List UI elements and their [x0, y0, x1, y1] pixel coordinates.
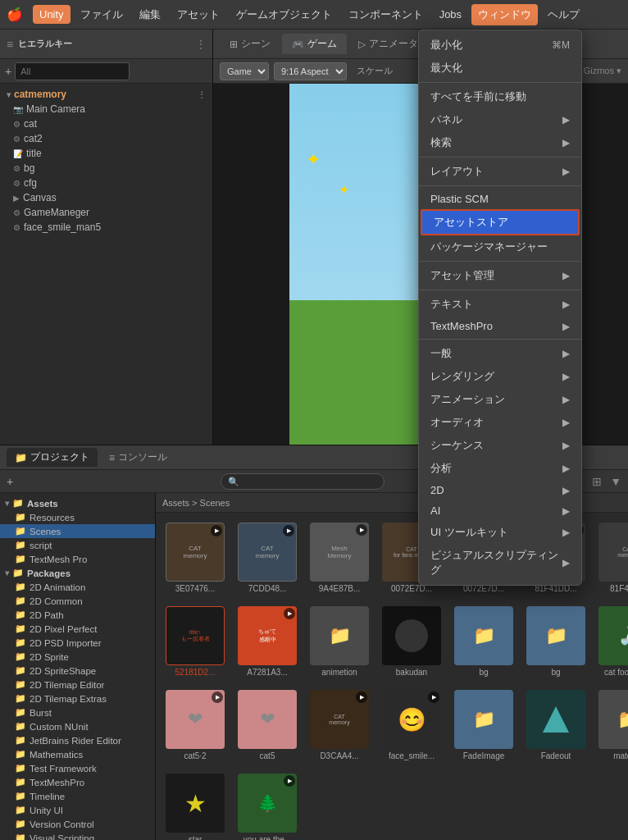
menu-gameobject[interactable]: ゲームオブジェクト [230, 4, 339, 25]
list-item[interactable]: 😊 ▶ face_smile... [379, 687, 444, 764]
menu-jobs[interactable]: Jobs [433, 5, 468, 24]
collapse-icon[interactable]: ▼ [610, 475, 621, 488]
sidebar-packages-root[interactable]: ▾ 📁 Packages [0, 566, 155, 580]
list-item[interactable]: CATmemory ▶ D3CAA4... [307, 687, 372, 764]
list-item[interactable]: ★ star [162, 770, 228, 840]
menu-item-package-manager[interactable]: パッケージマネージャー [419, 235, 581, 258]
menu-help[interactable]: ヘルプ [541, 4, 586, 25]
play-icon3[interactable]: ▶ [356, 524, 367, 536]
play-icon2[interactable]: ▶ [283, 525, 294, 536]
list-item[interactable]: CATmemory ▶ 7CDD48... [234, 519, 300, 596]
menu-window[interactable]: ウィンドウ [471, 4, 538, 25]
list-item[interactable]: MeshMemory ▶ 9A4E87B... [307, 519, 372, 596]
tab-game[interactable]: 🎮 ゲーム [282, 34, 347, 54]
menu-item-asset-management[interactable]: アセット管理 ▶ [419, 264, 581, 287]
sidebar-item-2d-pixel-perfect[interactable]: 📁 2D Pixel Perfect [0, 622, 155, 636]
list-item[interactable]: ❤ ▶ cat5·2 [162, 687, 228, 764]
add-asset-icon[interactable]: + [7, 475, 13, 488]
menu-item-textmeshpro[interactable]: TextMeshPro ▶ [419, 316, 581, 336]
sidebar-item-textmeshpro-assets[interactable]: 📁 TextMesh Pro [0, 552, 155, 566]
sidebar-item-mathematics[interactable]: 📁 Mathematics [0, 747, 155, 761]
sidebar-item-resources[interactable]: 📁 Resources [0, 510, 155, 524]
list-item[interactable]: 📁 material [595, 687, 628, 764]
list-item[interactable]: 📁 animetion [307, 603, 372, 680]
menu-item-rendering[interactable]: レンダリング ▶ [419, 365, 581, 388]
list-item[interactable]: ちゅ'て感断中 ▶ A7281A3... [234, 603, 300, 680]
play-icon-facesmile[interactable]: ▶ [428, 692, 439, 703]
menu-item-audio[interactable]: オーディオ ▶ [419, 411, 581, 434]
view-options-icon[interactable]: ⊞ [592, 475, 602, 488]
list-item[interactable]: 🌲 ▶ you are the... [234, 770, 300, 840]
game-aspect-select[interactable]: 9:16 Aspect [274, 62, 347, 80]
menu-item-panel[interactable]: パネル ▶ [419, 108, 581, 131]
hierarchy-item-more[interactable]: ⋮ [198, 90, 206, 99]
menu-component[interactable]: コンポーネント [342, 4, 430, 25]
menu-file[interactable]: ファイル [74, 4, 130, 25]
sidebar-assets-root[interactable]: ▾ 📁 Assets [0, 496, 155, 510]
sidebar-item-custom-nunit[interactable]: 📁 Custom NUnit [0, 719, 155, 733]
sidebar-item-scenes[interactable]: 📁 Scenes [0, 524, 155, 538]
sidebar-item-2d-sprite[interactable]: 📁 2D Sprite [0, 650, 155, 664]
menu-assets[interactable]: アセット [171, 4, 226, 25]
sidebar-item-test-framework[interactable]: 📁 Test Framework [0, 761, 155, 775]
hierarchy-item-cat2[interactable]: ⚙ cat2 [0, 131, 212, 146]
hierarchy-item-title[interactable]: 📝 title [0, 146, 212, 161]
menu-item-layout[interactable]: レイアウト ▶ [419, 160, 581, 183]
sidebar-item-timeline[interactable]: 📁 Timeline [0, 789, 155, 803]
tab-project[interactable]: 📁 プロジェクト [7, 448, 98, 467]
sidebar-item-jetbrains[interactable]: 📁 JetBrains Rider Editor [0, 733, 155, 747]
menu-item-maximize[interactable]: 最大化 [419, 57, 581, 80]
list-item[interactable]: bakudan [379, 603, 444, 680]
list-item[interactable]: title↑もー拡着者 52181D2... [162, 603, 228, 680]
play-icon-d3caa4[interactable]: ▶ [356, 692, 367, 703]
play-icon-youarethe[interactable]: ▶ [284, 775, 295, 787]
menu-unity[interactable]: Unity [33, 5, 71, 24]
gizmos-icon[interactable]: Gizmos ▾ [584, 66, 621, 76]
window-dropdown-menu[interactable]: 最小化 ⌘M 最大化 すべてを手前に移動 パネル ▶ 検索 ▶ レイアウト ▶ … [418, 30, 582, 586]
menu-item-asset-store[interactable]: アセットストア [421, 209, 580, 235]
game-display-select[interactable]: Game [220, 62, 269, 80]
sidebar-item-2d-path[interactable]: 📁 2D Path [0, 608, 155, 622]
sidebar-item-2d-psd[interactable]: 📁 2D PSD Importer [0, 636, 155, 650]
add-hierarchy-icon[interactable]: + [5, 65, 11, 78]
play-icon-cat52[interactable]: ▶ [212, 692, 223, 703]
sidebar-item-script[interactable]: 📁 script [0, 538, 155, 552]
sidebar-item-2d-tilemap-editor[interactable]: 📁 2D Tilemap Editor [0, 678, 155, 692]
hierarchy-item-cfg[interactable]: ⚙ cfg [0, 176, 212, 190]
asset-search-input[interactable] [221, 473, 385, 490]
tab-console[interactable]: ≡ コンソール [101, 448, 175, 467]
menu-item-analysis[interactable]: 分析 ▶ [419, 457, 581, 480]
hierarchy-item-bg[interactable]: ⚙ bg [0, 161, 212, 176]
menu-item-sequencer[interactable]: シーケンス ▶ [419, 434, 581, 457]
menu-item-general[interactable]: 一般 ▶ [419, 342, 581, 365]
list-item[interactable]: CATmemory ▶ 3E07476... [162, 519, 228, 596]
hierarchy-item-gamemanager[interactable]: ⚙ GameManeger [0, 205, 212, 220]
hierarchy-item-catmemory[interactable]: ▾ catmemory ⋮ [0, 87, 212, 102]
list-item[interactable]: CATmemory ▶ 81F41D... [595, 519, 628, 596]
menu-edit[interactable]: 編集 [133, 4, 167, 25]
sidebar-item-burst[interactable]: 📁 Burst [0, 705, 155, 719]
hierarchy-item-facesmile[interactable]: ⚙ face_smile_man5 [0, 220, 212, 235]
sidebar-item-2d-spriteshape[interactable]: 📁 2D SpriteShape [0, 664, 155, 678]
menu-item-animation[interactable]: アニメーション ▶ [419, 388, 581, 411]
hierarchy-search-input[interactable] [15, 62, 130, 80]
menu-item-minimize[interactable]: 最小化 ⌘M [419, 34, 581, 57]
list-item[interactable]: 📁 bg [451, 603, 517, 680]
play-icon9[interactable]: ▶ [284, 608, 295, 619]
menu-item-ui-toolkit[interactable]: UI ツールキット ▶ [419, 521, 581, 544]
sidebar-item-version-control[interactable]: 📁 Version Control [0, 817, 155, 831]
sidebar-item-2d-animation[interactable]: 📁 2D Animation [0, 580, 155, 594]
menu-item-visual-scripting[interactable]: ビジュアルスクリプティング ▶ [419, 544, 581, 582]
sidebar-item-2d-tilemap-extras[interactable]: 📁 2D Tilemap Extras [0, 692, 155, 705]
sidebar-item-2d-common[interactable]: 📁 2D Common [0, 594, 155, 608]
menu-item-ai[interactable]: AI ▶ [419, 500, 581, 521]
list-item[interactable]: ❤ cat5 [234, 687, 300, 764]
tab-scene[interactable]: ⊞ シーン [220, 34, 280, 54]
menu-item-search[interactable]: 検索 ▶ [419, 131, 581, 154]
menu-item-2d[interactable]: 2D ▶ [419, 480, 581, 500]
list-item[interactable]: 📁 bg [523, 603, 589, 680]
menu-item-bring-forward[interactable]: すべてを手前に移動 [419, 85, 581, 108]
sidebar-item-textmeshpro[interactable]: 📁 TextMeshPro [0, 775, 155, 789]
hierarchy-item-cat[interactable]: ⚙ cat [0, 116, 212, 131]
sidebar-item-visual-scripting[interactable]: 📁 Visual Scripting [0, 831, 155, 840]
